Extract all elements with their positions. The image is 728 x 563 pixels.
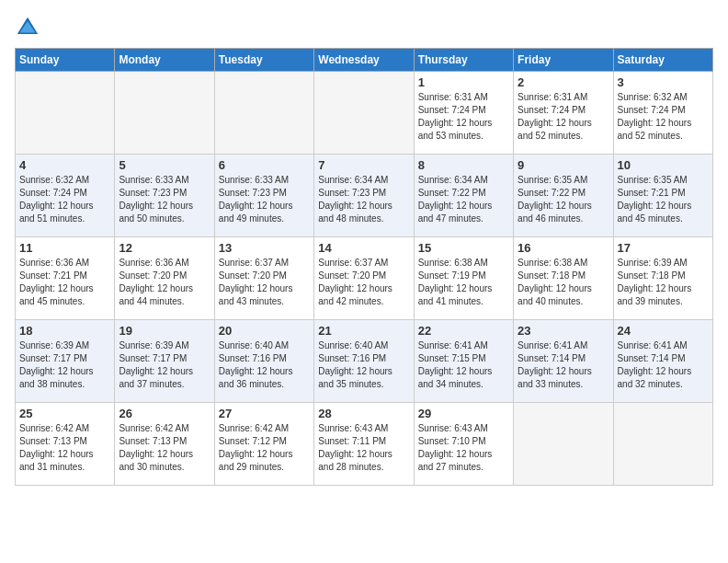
day-number: 4: [19, 158, 110, 172]
day-cell: [314, 72, 414, 155]
day-info: Sunrise: 6:33 AM Sunset: 7:23 PM Dayligh…: [119, 174, 210, 225]
day-cell: 29Sunrise: 6:43 AM Sunset: 7:10 PM Dayli…: [414, 403, 513, 486]
day-cell: 20Sunrise: 6:40 AM Sunset: 7:16 PM Dayli…: [214, 320, 313, 403]
day-cell: 26Sunrise: 6:42 AM Sunset: 7:13 PM Dayli…: [115, 403, 214, 486]
day-cell: 7Sunrise: 6:34 AM Sunset: 7:23 PM Daylig…: [314, 155, 414, 237]
day-info: Sunrise: 6:31 AM Sunset: 7:24 PM Dayligh…: [418, 91, 509, 143]
header-cell-sunday: Sunday: [16, 49, 115, 72]
day-cell: 3Sunrise: 6:32 AM Sunset: 7:24 PM Daylig…: [613, 72, 712, 155]
day-cell: 1Sunrise: 6:31 AM Sunset: 7:24 PM Daylig…: [414, 72, 513, 155]
day-number: 24: [618, 324, 709, 338]
day-cell: 19Sunrise: 6:39 AM Sunset: 7:17 PM Dayli…: [115, 320, 214, 403]
day-cell: 24Sunrise: 6:41 AM Sunset: 7:14 PM Dayli…: [613, 320, 712, 403]
day-info: Sunrise: 6:39 AM Sunset: 7:18 PM Dayligh…: [618, 257, 709, 308]
day-number: 23: [518, 324, 609, 338]
day-info: Sunrise: 6:37 AM Sunset: 7:20 PM Dayligh…: [318, 257, 409, 308]
day-number: 19: [119, 324, 210, 338]
day-cell: 11Sunrise: 6:36 AM Sunset: 7:21 PM Dayli…: [16, 237, 115, 320]
day-cell: 23Sunrise: 6:41 AM Sunset: 7:14 PM Dayli…: [514, 320, 613, 403]
week-row-2: 4Sunrise: 6:32 AM Sunset: 7:24 PM Daylig…: [16, 155, 713, 237]
header-row: SundayMondayTuesdayWednesdayThursdayFrid…: [16, 49, 713, 72]
day-number: 3: [618, 75, 709, 89]
day-cell: 28Sunrise: 6:43 AM Sunset: 7:11 PM Dayli…: [314, 403, 414, 486]
header-cell-friday: Friday: [514, 49, 613, 72]
day-info: Sunrise: 6:42 AM Sunset: 7:13 PM Dayligh…: [19, 422, 110, 474]
day-info: Sunrise: 6:36 AM Sunset: 7:20 PM Dayligh…: [119, 257, 210, 308]
day-number: 26: [119, 407, 210, 420]
day-info: Sunrise: 6:40 AM Sunset: 7:16 PM Dayligh…: [219, 339, 310, 391]
day-cell: 22Sunrise: 6:41 AM Sunset: 7:15 PM Dayli…: [414, 320, 513, 403]
day-cell: [613, 403, 712, 486]
header: [15, 15, 713, 40]
day-number: 6: [219, 158, 310, 172]
day-number: 7: [318, 158, 409, 172]
day-number: 21: [318, 324, 409, 338]
day-info: Sunrise: 6:36 AM Sunset: 7:21 PM Dayligh…: [19, 257, 110, 308]
day-cell: 17Sunrise: 6:39 AM Sunset: 7:18 PM Dayli…: [613, 237, 712, 320]
day-info: Sunrise: 6:32 AM Sunset: 7:24 PM Dayligh…: [19, 174, 110, 225]
day-cell: 13Sunrise: 6:37 AM Sunset: 7:20 PM Dayli…: [214, 237, 313, 320]
day-number: 28: [318, 407, 409, 420]
day-info: Sunrise: 6:42 AM Sunset: 7:13 PM Dayligh…: [119, 422, 210, 474]
day-info: Sunrise: 6:41 AM Sunset: 7:15 PM Dayligh…: [418, 339, 509, 391]
day-info: Sunrise: 6:34 AM Sunset: 7:23 PM Dayligh…: [318, 174, 409, 225]
logo: [15, 15, 44, 40]
week-row-1: 1Sunrise: 6:31 AM Sunset: 7:24 PM Daylig…: [16, 72, 713, 155]
day-number: 10: [618, 158, 709, 172]
day-info: Sunrise: 6:41 AM Sunset: 7:14 PM Dayligh…: [518, 339, 609, 391]
header-cell-tuesday: Tuesday: [214, 49, 313, 72]
day-info: Sunrise: 6:34 AM Sunset: 7:22 PM Dayligh…: [418, 174, 509, 225]
day-cell: 14Sunrise: 6:37 AM Sunset: 7:20 PM Dayli…: [314, 237, 414, 320]
day-cell: 5Sunrise: 6:33 AM Sunset: 7:23 PM Daylig…: [115, 155, 214, 237]
day-cell: [214, 72, 313, 155]
day-number: 29: [418, 407, 509, 420]
day-info: Sunrise: 6:35 AM Sunset: 7:22 PM Dayligh…: [518, 174, 609, 225]
day-info: Sunrise: 6:38 AM Sunset: 7:19 PM Dayligh…: [418, 257, 509, 308]
day-cell: 21Sunrise: 6:40 AM Sunset: 7:16 PM Dayli…: [314, 320, 414, 403]
day-cell: 27Sunrise: 6:42 AM Sunset: 7:12 PM Dayli…: [214, 403, 313, 486]
day-number: 2: [518, 75, 609, 89]
day-info: Sunrise: 6:33 AM Sunset: 7:23 PM Dayligh…: [219, 174, 310, 225]
day-cell: 6Sunrise: 6:33 AM Sunset: 7:23 PM Daylig…: [214, 155, 313, 237]
header-cell-thursday: Thursday: [414, 49, 513, 72]
day-cell: 18Sunrise: 6:39 AM Sunset: 7:17 PM Dayli…: [16, 320, 115, 403]
day-cell: [514, 403, 613, 486]
day-number: 16: [518, 241, 609, 255]
header-cell-monday: Monday: [115, 49, 214, 72]
day-info: Sunrise: 6:32 AM Sunset: 7:24 PM Dayligh…: [618, 91, 709, 143]
day-info: Sunrise: 6:35 AM Sunset: 7:21 PM Dayligh…: [618, 174, 709, 225]
day-number: 13: [219, 241, 310, 255]
day-info: Sunrise: 6:37 AM Sunset: 7:20 PM Dayligh…: [219, 257, 310, 308]
day-number: 9: [518, 158, 609, 172]
day-cell: [115, 72, 214, 155]
day-cell: 15Sunrise: 6:38 AM Sunset: 7:19 PM Dayli…: [414, 237, 513, 320]
day-cell: 9Sunrise: 6:35 AM Sunset: 7:22 PM Daylig…: [514, 155, 613, 237]
day-number: 22: [418, 324, 509, 338]
day-info: Sunrise: 6:42 AM Sunset: 7:12 PM Dayligh…: [219, 422, 310, 474]
day-number: 14: [318, 241, 409, 255]
week-row-5: 25Sunrise: 6:42 AM Sunset: 7:13 PM Dayli…: [16, 403, 713, 486]
day-number: 8: [418, 158, 509, 172]
day-number: 5: [119, 158, 210, 172]
day-info: Sunrise: 6:38 AM Sunset: 7:18 PM Dayligh…: [518, 257, 609, 308]
week-row-3: 11Sunrise: 6:36 AM Sunset: 7:21 PM Dayli…: [16, 237, 713, 320]
day-info: Sunrise: 6:39 AM Sunset: 7:17 PM Dayligh…: [19, 339, 110, 391]
calendar-header: SundayMondayTuesdayWednesdayThursdayFrid…: [16, 49, 713, 72]
day-cell: 25Sunrise: 6:42 AM Sunset: 7:13 PM Dayli…: [16, 403, 115, 486]
logo-icon: [15, 15, 40, 40]
day-cell: 16Sunrise: 6:38 AM Sunset: 7:18 PM Dayli…: [514, 237, 613, 320]
day-cell: 4Sunrise: 6:32 AM Sunset: 7:24 PM Daylig…: [16, 155, 115, 237]
day-info: Sunrise: 6:43 AM Sunset: 7:11 PM Dayligh…: [318, 422, 409, 474]
day-info: Sunrise: 6:41 AM Sunset: 7:14 PM Dayligh…: [618, 339, 709, 391]
day-number: 11: [19, 241, 110, 255]
day-cell: 8Sunrise: 6:34 AM Sunset: 7:22 PM Daylig…: [414, 155, 513, 237]
day-number: 18: [19, 324, 110, 338]
day-number: 20: [219, 324, 310, 338]
day-cell: [16, 72, 115, 155]
day-number: 1: [418, 75, 509, 89]
day-cell: 2Sunrise: 6:31 AM Sunset: 7:24 PM Daylig…: [514, 72, 613, 155]
calendar-table: SundayMondayTuesdayWednesdayThursdayFrid…: [15, 48, 713, 486]
day-info: Sunrise: 6:31 AM Sunset: 7:24 PM Dayligh…: [518, 91, 609, 143]
day-number: 12: [119, 241, 210, 255]
day-number: 27: [219, 407, 310, 420]
